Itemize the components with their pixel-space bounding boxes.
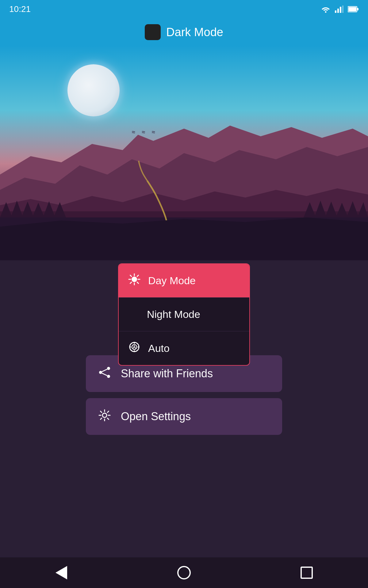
svg-line-31 [130, 275, 132, 277]
nav-bar [0, 557, 368, 588]
gear-icon [98, 409, 111, 424]
mode-selector: Day Mode Night Mode A Auto [118, 263, 250, 366]
svg-rect-2 [337, 9, 339, 13]
auto-mode-item[interactable]: A Auto [119, 331, 249, 365]
auto-mode-label: Auto [148, 342, 170, 354]
landscape-svg [0, 46, 368, 260]
svg-point-39 [99, 371, 102, 374]
recents-icon [301, 567, 313, 579]
moon-half-icon [128, 307, 140, 322]
svg-rect-7 [348, 7, 356, 11]
svg-point-26 [132, 277, 137, 282]
day-mode-item[interactable]: Day Mode [119, 264, 249, 298]
svg-point-40 [107, 375, 110, 378]
settings-button[interactable]: Open Settings [86, 398, 282, 435]
svg-line-42 [102, 373, 107, 375]
signal-icon [335, 6, 343, 13]
nav-recents-button[interactable] [296, 562, 317, 583]
day-mode-label: Day Mode [148, 275, 196, 287]
svg-rect-3 [340, 7, 341, 13]
back-icon [56, 566, 67, 579]
status-bar: 10:21 [0, 0, 368, 18]
night-mode-item[interactable]: Night Mode [119, 298, 249, 331]
svg-rect-6 [357, 8, 358, 10]
app-icon [145, 24, 161, 40]
svg-line-41 [102, 369, 107, 371]
app-title: Dark Mode [166, 26, 223, 39]
moon-icon [147, 27, 158, 38]
share-icon [98, 366, 111, 382]
home-icon [177, 566, 191, 579]
battery-icon [348, 6, 359, 13]
svg-rect-1 [335, 10, 336, 13]
settings-label: Open Settings [121, 410, 191, 423]
nav-back-button[interactable] [51, 562, 72, 583]
svg-point-0 [325, 11, 327, 13]
svg-line-32 [137, 282, 138, 283]
svg-point-38 [107, 367, 110, 370]
nav-home-button[interactable] [173, 562, 195, 583]
top-bar: Dark Mode [0, 18, 368, 46]
wifi-icon [321, 6, 331, 13]
svg-line-34 [130, 282, 132, 283]
svg-line-33 [137, 275, 138, 277]
sun-icon [128, 273, 141, 288]
status-icons [321, 6, 359, 13]
auto-icon: A [128, 341, 141, 356]
svg-rect-4 [342, 6, 343, 13]
svg-point-43 [102, 413, 107, 417]
svg-marker-25 [0, 217, 368, 260]
share-label: Share with Friends [121, 367, 213, 380]
scene: ≈ ≈ ≈ [0, 46, 368, 260]
night-mode-label: Night Mode [147, 308, 200, 320]
svg-text:A: A [133, 345, 136, 349]
status-time: 10:21 [9, 4, 31, 14]
